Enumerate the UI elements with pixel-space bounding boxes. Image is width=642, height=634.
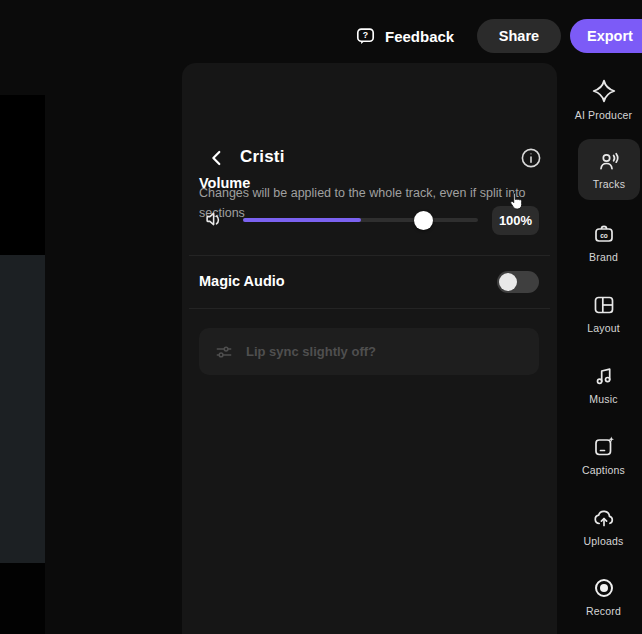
- svg-text:co: co: [600, 232, 608, 239]
- sidebar: AI Producer Tracks co Brand: [565, 0, 642, 634]
- sidebar-item-tracks[interactable]: Tracks: [578, 139, 640, 200]
- sidebar-item-label: Brand: [589, 251, 618, 263]
- back-button[interactable]: [206, 147, 228, 169]
- feedback-button[interactable]: ? Feedback: [355, 22, 454, 50]
- lip-sync-label: Lip sync slightly off?: [246, 344, 376, 359]
- sidebar-item-uploads[interactable]: Uploads: [565, 506, 642, 547]
- sidebar-item-label: Music: [589, 393, 617, 405]
- lip-sync-suggestion-button[interactable]: Lip sync slightly off?: [199, 328, 539, 375]
- track-settings-panel: Cristi Changes will be applied to the wh…: [182, 63, 557, 634]
- video-preview-strip-top: [0, 95, 45, 255]
- feedback-label: Feedback: [385, 28, 454, 45]
- chevron-left-icon: [206, 147, 228, 169]
- sidebar-item-record[interactable]: Record: [565, 576, 642, 617]
- video-preview-strip: [0, 255, 45, 563]
- sidebar-item-label: Uploads: [584, 535, 624, 547]
- person-audio-icon: [597, 150, 621, 174]
- sidebar-item-ai-producer[interactable]: AI Producer: [565, 78, 642, 121]
- sidebar-item-label: Layout: [587, 322, 620, 334]
- sidebar-item-label: Tracks: [593, 178, 625, 190]
- video-preview-strip-bottom: [0, 563, 45, 634]
- volume-label: Volume: [199, 175, 250, 191]
- volume-value-badge: 100%: [492, 206, 539, 235]
- upload-cloud-icon: [592, 506, 616, 530]
- volume-slider-knob[interactable]: [414, 211, 433, 230]
- speaker-icon: [204, 209, 226, 231]
- panel-title: Cristi: [240, 147, 285, 167]
- record-icon: [592, 576, 616, 600]
- share-button[interactable]: Share: [477, 19, 561, 53]
- sidebar-item-music[interactable]: Music: [565, 364, 642, 405]
- section-divider: [189, 308, 550, 309]
- layout-grid-icon: [592, 293, 616, 317]
- sliders-icon: [214, 342, 234, 362]
- sidebar-item-captions[interactable]: Captions: [565, 435, 642, 476]
- svg-text:?: ?: [363, 29, 368, 39]
- section-divider: [189, 255, 550, 256]
- sidebar-item-brand[interactable]: co Brand: [565, 222, 642, 263]
- brand-badge-icon: co: [592, 222, 616, 246]
- toggle-knob: [499, 273, 517, 291]
- magic-audio-toggle[interactable]: [497, 271, 539, 293]
- music-note-icon: [592, 364, 616, 388]
- sidebar-item-label: Captions: [582, 464, 625, 476]
- sidebar-item-label: AI Producer: [575, 109, 633, 121]
- sparkle-icon: [591, 78, 617, 104]
- info-icon: [519, 146, 543, 170]
- volume-slider-fill: [243, 218, 361, 222]
- captions-doc-icon: [592, 435, 616, 459]
- feedback-bubble-icon: ?: [355, 26, 376, 47]
- volume-slider[interactable]: [243, 210, 478, 230]
- sidebar-item-label: Record: [586, 605, 621, 617]
- magic-audio-label: Magic Audio: [199, 273, 285, 289]
- topbar: ? Feedback Share Export: [0, 0, 642, 63]
- sidebar-item-layout[interactable]: Layout: [565, 293, 642, 334]
- info-button[interactable]: [519, 146, 543, 170]
